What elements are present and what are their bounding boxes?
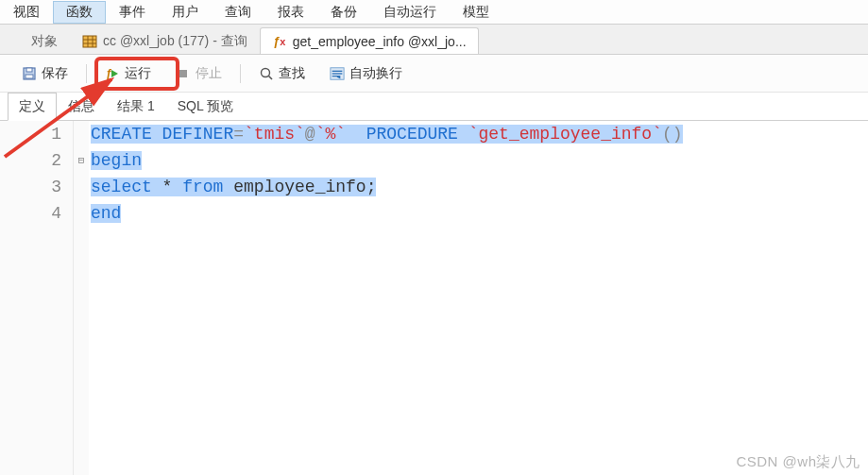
tab-label: cc @xxl_job (177) - 查询 <box>103 33 247 50</box>
table-icon <box>82 34 97 49</box>
menu-view[interactable]: 视图 <box>0 1 53 24</box>
fold-marker[interactable]: ⊟ <box>74 147 89 174</box>
subtab-info[interactable]: 信息 <box>57 93 106 121</box>
find-label: 查找 <box>279 65 305 82</box>
code-editor[interactable]: 1 2 3 4 ⊟ CREATE DEFINER=`tmis`@`%` PROC… <box>0 121 868 475</box>
menu-function[interactable]: 函数 <box>53 1 106 24</box>
menu-backup[interactable]: 备份 <box>317 1 370 24</box>
menu-user[interactable]: 用户 <box>159 1 212 24</box>
code-area[interactable]: CREATE DEFINER=`tmis`@`%` PROCEDURE `get… <box>89 121 868 475</box>
save-icon <box>22 66 37 81</box>
run-icon: ƒ <box>105 66 120 81</box>
code-line[interactable]: select * from employee_info; <box>91 174 868 200</box>
stop-icon <box>176 66 191 81</box>
toolbar: 保存 ƒ 运行 停止 查找 自动换行 <box>0 55 868 93</box>
line-number: 3 <box>0 174 65 200</box>
stop-label: 停止 <box>196 65 222 82</box>
line-number: 4 <box>0 200 65 227</box>
tab-label: 对象 <box>31 33 58 50</box>
code-line[interactable]: end <box>91 200 868 227</box>
subtabs: 定义 信息 结果 1 SQL 预览 <box>0 93 868 121</box>
svg-rect-6 <box>26 68 32 72</box>
menu-bar: 视图 函数 事件 用户 查询 报表 备份 自动运行 模型 <box>0 0 868 25</box>
tab-label: get_employee_info @xxl_jo... <box>293 34 467 49</box>
wrap-button[interactable]: 自动换行 <box>319 59 413 88</box>
svg-point-10 <box>262 68 270 76</box>
tab-objects[interactable]: 对象 <box>19 27 70 54</box>
wrap-label: 自动换行 <box>349 65 402 82</box>
run-label: 运行 <box>125 65 151 82</box>
tabs-row: 对象 cc @xxl_job (177) - 查询 ƒx get_employe… <box>0 25 868 55</box>
svg-marker-8 <box>111 70 118 77</box>
subtab-result1[interactable]: 结果 1 <box>106 93 166 121</box>
menu-model[interactable]: 模型 <box>450 1 502 24</box>
menu-query[interactable]: 查询 <box>212 1 264 24</box>
svg-rect-0 <box>83 36 96 47</box>
separator <box>86 64 87 83</box>
run-button[interactable]: ƒ 运行 <box>94 59 162 88</box>
separator <box>240 64 241 83</box>
tab-procedure[interactable]: ƒx get_employee_info @xxl_jo... <box>260 27 479 54</box>
svg-rect-7 <box>26 75 33 78</box>
menu-report[interactable]: 报表 <box>264 1 317 24</box>
menu-autorun[interactable]: 自动运行 <box>370 1 450 24</box>
subtab-sqlpreview[interactable]: SQL 预览 <box>166 93 245 121</box>
line-gutter: 1 2 3 4 <box>0 121 74 475</box>
tab-query-cc[interactable]: cc @xxl_job (177) - 查询 <box>70 27 260 54</box>
search-icon <box>259 66 274 81</box>
stop-button: 停止 <box>165 59 232 88</box>
save-label: 保存 <box>42 65 68 82</box>
subtab-definition[interactable]: 定义 <box>8 93 57 121</box>
menu-event[interactable]: 事件 <box>106 1 159 24</box>
wrap-icon <box>330 66 345 81</box>
function-icon: ƒx <box>272 34 287 49</box>
fold-column: ⊟ <box>74 121 89 475</box>
code-line[interactable]: CREATE DEFINER=`tmis`@`%` PROCEDURE `get… <box>91 121 868 147</box>
line-number: 1 <box>0 121 65 147</box>
line-number: 2 <box>0 147 65 174</box>
code-line[interactable]: begin <box>91 147 868 174</box>
save-button[interactable]: 保存 <box>11 59 78 88</box>
find-button[interactable]: 查找 <box>248 59 315 88</box>
svg-line-11 <box>269 76 273 79</box>
svg-rect-9 <box>179 70 187 77</box>
